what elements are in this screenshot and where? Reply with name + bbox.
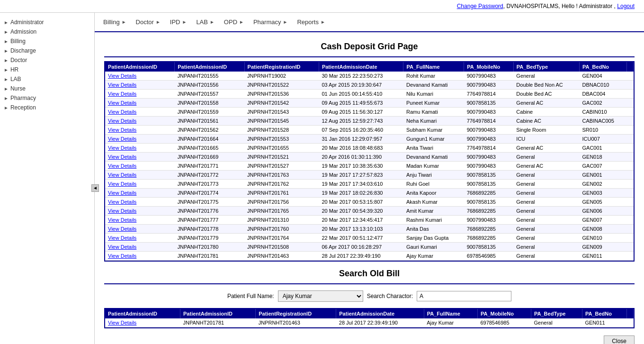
cell-view-details[interactable]: View Details [105,216,175,225]
close-button[interactable]: Close [604,335,635,344]
search-cell-view-details[interactable]: View Details [105,318,180,327]
search-cell-mobile: 6978546985 [477,318,531,327]
cell-view-details[interactable]: View Details [105,72,175,81]
cell-adm-id: JNPANHT201558 [175,99,244,108]
cell-name: Gungun1 Kumar [403,135,464,144]
cell-name: Akash Kumar [403,198,464,207]
cell-view-details[interactable]: View Details [105,243,175,252]
sidebar-item-lab[interactable]: ► LAB [0,74,94,84]
sidebar-item-pharmacy[interactable]: ► Pharmacy [0,93,94,103]
cell-view-details[interactable]: View Details [105,234,175,243]
nav-billing[interactable]: Billing ► [99,17,130,27]
nav-ipd[interactable]: IPD ► [166,17,191,27]
cell-name: Nilu Kumari [403,90,464,99]
cell-view-details[interactable]: View Details [105,99,175,108]
cell-adm-id2: JNPRNHT201655 [244,144,319,153]
table-row: View Details JNPANHT201556 JNPRNHT201522… [105,81,634,90]
cell-view-details[interactable]: View Details [105,135,175,144]
sidebar-item-administrator[interactable]: ► Administrator [0,18,94,27]
scroll-col [627,62,634,72]
sidebar-item-doctor[interactable]: ► Doctor [0,55,94,65]
cell-view-details[interactable]: View Details [105,171,175,180]
cell-view-details[interactable]: View Details [105,198,175,207]
nav-pharmacy[interactable]: Pharmacy ► [250,17,291,27]
sidebar-item-nurse[interactable]: ► Nurse [0,84,94,93]
cell-adm-id: JNPANHT201778 [175,225,244,234]
cell-view-details[interactable]: View Details [105,153,175,162]
sidebar-item-hr[interactable]: ► HR [0,65,94,74]
patient-select[interactable]: Ajay Kumar [278,290,363,302]
cell-view-details[interactable]: View Details [105,108,175,117]
cell-bedno: CABIN010 [580,108,627,117]
search-title: Search Old Bill [104,269,635,279]
cell-mobile: 9007990483 [464,153,514,162]
cell-adm-id: JNPANHT201776 [175,207,244,216]
cell-adm-id: JNPANHT201780 [175,243,244,252]
cell-view-details[interactable]: View Details [105,144,175,153]
cell-view-details[interactable]: View Details [105,90,175,99]
cell-scroll [627,225,634,234]
cell-view-details[interactable]: View Details [105,207,175,216]
nav-reports[interactable]: Reports ► [293,17,329,27]
cell-bedno: GEN008 [580,225,627,234]
cell-bedno: GEN004 [580,72,627,81]
cell-bedtype: General [513,252,579,261]
cell-adm-id2: JNPRNHT201528 [244,126,319,135]
sidebar-label: Admission [10,28,36,35]
search-cell-date: 28 Jul 2017 22:39:49:190 [336,318,424,327]
sidebar-item-reception[interactable]: ► Reception [0,103,94,112]
cell-adm-id: JNPANHT201779 [175,234,244,243]
sidebar-label: Administrator [10,19,44,26]
cell-adm-id2: JNPRNHT201463 [244,252,319,261]
search-result-grid: PatientAdmissionID PatientAdmissionID Pa… [104,308,635,328]
change-password-link[interactable]: Change Password [457,3,503,9]
cell-name: Anita Tiwari [403,144,464,153]
nav-opd[interactable]: OPD ► [220,17,248,27]
cell-bedno: GEN010 [580,234,627,243]
cell-bedno: DBNAC010 [580,81,627,90]
cell-bedtype: Cabine AC [513,117,579,126]
cell-view-details[interactable]: View Details [105,126,175,135]
table-row: View Details JNPANHT201665 JNPRNHT201655… [105,144,634,153]
cell-mobile: 9007858135 [464,180,514,189]
sidebar-item-billing[interactable]: ► Billing [0,36,94,46]
col-header-name: PA_FullName [403,62,464,72]
cell-date: 20 Mar 2017 00:54:39:320 [319,207,403,216]
arrow-icon: ► [4,48,9,54]
col-header-admission-id: PatientAdmissionID [105,62,175,72]
col-header-date: PatientAdmissionDate [319,62,403,72]
search-scroll-col [627,309,634,318]
cell-view-details[interactable]: View Details [105,225,175,234]
search-cell-reg-id: JNPRNHT201463 [256,318,336,327]
sidebar-label: Reception [10,104,36,111]
cell-bedno: GEN018 [580,153,627,162]
table-row: View Details JNPANHT201561 JNPRNHT201545… [105,117,634,126]
cell-name: Rohit Kumar [403,72,464,81]
cell-view-details[interactable]: View Details [105,252,175,261]
sidebar-item-discharge[interactable]: ► Discharge [0,46,94,55]
search-char-input[interactable] [417,291,511,301]
col-header-bedtype: PA_BedType [513,62,579,72]
nav-doctor[interactable]: Doctor ► [132,17,164,27]
cash-deposit-table: PatientAdmissionID PatientAdmissionID Pa… [105,62,634,261]
cell-view-details[interactable]: View Details [105,117,175,126]
sidebar-item-admission[interactable]: ► Admission [0,27,94,36]
nav-label: Reports [297,18,319,26]
table-row: View Details JNPANHT201778 JNPRNHT201760… [105,225,634,234]
grid-title: Cash Deposit Grid Page [104,42,635,52]
cell-view-details[interactable]: View Details [105,81,175,90]
cell-name: Sanjay Das Gupta [403,234,464,243]
nav-lab[interactable]: LAB ► [192,17,218,27]
cell-name: Amit Kumar [403,207,464,216]
cell-date: 07 Sep 2015 16:20:35:460 [319,126,403,135]
cell-name: Subham Kumar [403,126,464,135]
cell-view-details[interactable]: View Details [105,162,175,171]
cell-scroll [627,162,634,171]
sidebar-toggle[interactable]: ◄ [91,184,99,192]
logout-link[interactable]: Logout [617,3,635,9]
cell-date: 28 Jul 2017 22:39:49:190 [319,252,403,261]
cell-view-details[interactable]: View Details [105,189,175,198]
page-content: Cash Deposit Grid Page PatientAdmissionI… [95,32,644,344]
cell-view-details[interactable]: View Details [105,180,175,189]
table-row: View Details JNPANHT201773 JNPRNHT201762… [105,180,634,189]
